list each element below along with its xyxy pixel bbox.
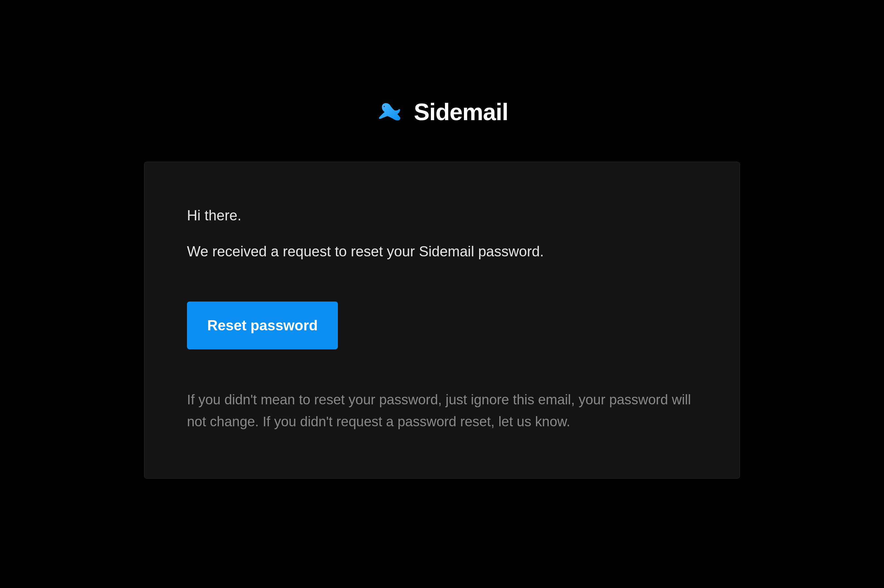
disclaimer-text: If you didn't mean to reset your passwor… xyxy=(187,388,697,432)
logo-section: Sidemail xyxy=(376,98,508,126)
seal-icon xyxy=(376,98,403,126)
email-card: Hi there. We received a request to reset… xyxy=(144,162,740,478)
message-text: We received a request to reset your Side… xyxy=(187,241,697,262)
email-container: Sidemail Hi there. We received a request… xyxy=(144,98,740,478)
brand-name: Sidemail xyxy=(414,99,508,125)
reset-password-button[interactable]: Reset password xyxy=(187,302,338,350)
greeting-text: Hi there. xyxy=(187,205,697,226)
